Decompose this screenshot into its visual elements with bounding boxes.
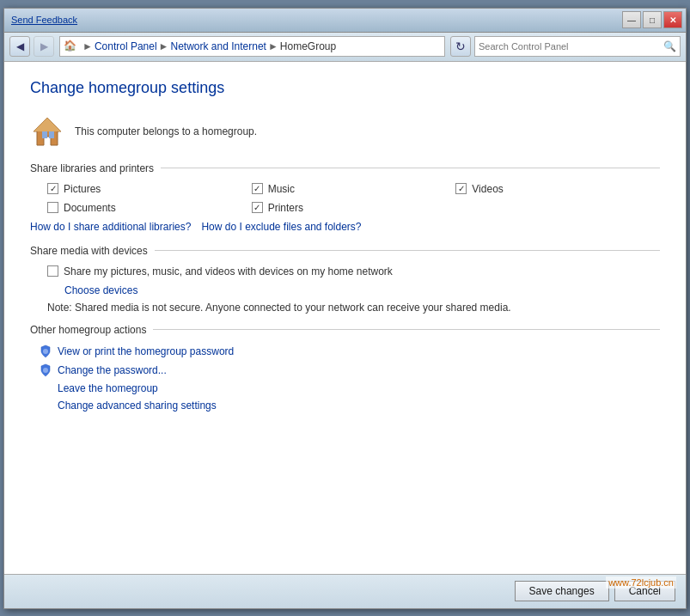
action-leave-homegroup: Leave the homegroup (39, 382, 660, 394)
checkbox-row-music: Music (252, 183, 456, 195)
svg-point-5 (43, 368, 48, 373)
action-change-password: Change the password... (39, 363, 660, 377)
note-text: Note: Shared media is not secure. Anyone… (30, 302, 660, 314)
checkbox-documents-label: Documents (64, 202, 116, 214)
change-password-link[interactable]: Change the password... (58, 364, 167, 376)
share-media-section: Share media with devices (30, 245, 660, 257)
checkbox-videos[interactable] (455, 183, 467, 194)
share-libraries-label: Share libraries and printers (30, 162, 154, 174)
view-password-link[interactable]: View or print the homegroup password (58, 345, 234, 357)
checkbox-music-label: Music (268, 183, 295, 195)
checkbox-pictures[interactable] (47, 183, 58, 194)
svg-marker-1 (34, 118, 61, 131)
svg-rect-3 (49, 131, 54, 138)
forward-button[interactable]: ▶ (34, 36, 54, 57)
advanced-sharing-link[interactable]: Change advanced sharing settings (39, 399, 217, 412)
exclude-files-link[interactable]: How do I exclude files and folders? (201, 221, 361, 233)
divider-line (161, 168, 660, 168)
media-checkbox-label: Share my pictures, music, and videos wit… (64, 265, 393, 278)
shield-icon-change (39, 363, 52, 377)
media-checkbox-row: Share my pictures, music, and videos wit… (30, 265, 660, 278)
breadcrumb: 🏠 ► Control Panel ► Network and Internet… (59, 36, 445, 57)
title-bar-left: Send Feedback (11, 15, 84, 25)
search-icon[interactable]: 🔍 (663, 40, 676, 52)
title-bar-controls: — □ ✕ (622, 11, 682, 28)
share-libraries-section: Share libraries and printers (30, 162, 660, 174)
leave-homegroup-link[interactable]: Leave the homegroup (39, 382, 158, 394)
action-advanced-sharing: Change advanced sharing settings (39, 399, 660, 412)
checkbox-media[interactable] (47, 265, 58, 277)
checkbox-row-pictures: Pictures (47, 183, 252, 195)
homegroup-header: This computer belongs to a homegroup. (30, 114, 660, 149)
shield-icon-view (39, 345, 52, 358)
page-title: Change homegroup settings (30, 79, 660, 97)
homegroup-description: This computer belongs to a homegroup. (75, 125, 257, 137)
watermark: www.72lcjub.cn (606, 576, 676, 589)
search-box: 🔍 (474, 36, 681, 57)
content-area: Change homegroup settings This computer … (4, 62, 686, 574)
home-icon: 🏠 (64, 40, 77, 53)
main-window: Send Feedback — □ ✕ ◀ ▶ 🏠 ► Control Pane… (3, 8, 687, 609)
checkbox-row-videos: Videos (455, 183, 660, 195)
checkbox-row-documents: Documents (47, 202, 252, 214)
checkbox-row-printers: Printers (252, 202, 456, 214)
choose-devices-link[interactable]: Choose devices (64, 284, 137, 296)
checkbox-printers[interactable] (252, 202, 263, 213)
checkbox-music[interactable] (252, 183, 263, 194)
links-row: How do I share additional libraries? How… (30, 221, 660, 233)
breadcrumb-network-internet[interactable]: Network and Internet (171, 40, 266, 52)
media-divider-line (155, 250, 660, 251)
action-view-password: View or print the homegroup password (39, 345, 660, 358)
checkbox-pictures-label: Pictures (64, 183, 101, 195)
additional-libraries-link[interactable]: How do I share additional libraries? (30, 221, 191, 233)
house-icon (30, 114, 64, 149)
close-button[interactable]: ✕ (663, 11, 682, 28)
other-actions-section: Other homegroup actions (30, 324, 660, 336)
svg-point-4 (43, 349, 48, 354)
maximize-button[interactable]: □ (643, 11, 662, 28)
send-feedback-link[interactable]: Send Feedback (11, 15, 77, 25)
choose-devices-row: Choose devices (30, 284, 660, 296)
minimize-button[interactable]: — (622, 11, 641, 28)
back-button[interactable]: ◀ (9, 36, 30, 57)
nav-bar: ◀ ▶ 🏠 ► Control Panel ► Network and Inte… (4, 33, 686, 62)
refresh-button[interactable]: ↻ (450, 36, 471, 57)
checkbox-printers-label: Printers (268, 202, 303, 214)
checkbox-documents[interactable] (47, 202, 58, 213)
other-divider-line (153, 329, 660, 330)
breadcrumb-control-panel[interactable]: Control Panel (95, 40, 157, 52)
checkboxes-grid: Pictures Music Videos Documents Printers (30, 183, 660, 214)
footer-bar: Save changes Cancel (4, 574, 686, 608)
search-input[interactable] (479, 41, 663, 52)
other-actions-label: Other homegroup actions (30, 324, 146, 336)
checkbox-videos-label: Videos (472, 183, 503, 195)
breadcrumb-homegroup: HomeGroup (280, 40, 336, 52)
share-media-label: Share media with devices (30, 245, 148, 257)
svg-rect-2 (42, 131, 47, 138)
save-button[interactable]: Save changes (515, 581, 609, 601)
other-actions-list: View or print the homegroup password Cha… (30, 345, 660, 412)
title-bar: Send Feedback — □ ✕ (4, 9, 686, 33)
